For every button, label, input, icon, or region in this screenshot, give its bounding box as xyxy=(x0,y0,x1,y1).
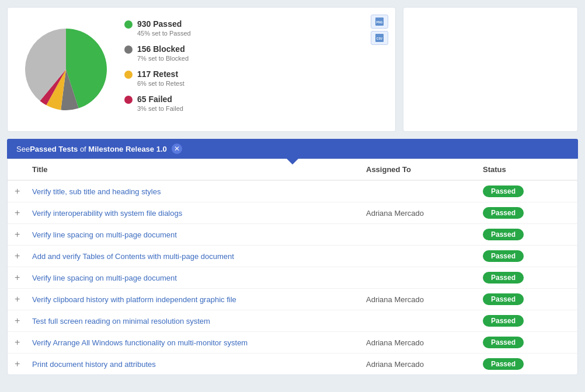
filter-passed: Passed Tests xyxy=(30,145,78,153)
row-assigned: Adriana Mercado xyxy=(366,360,483,369)
row-title-link[interactable]: Verify interoperability with system file… xyxy=(32,209,182,218)
row-title-link[interactable]: Verify Arrange All Windows functionality… xyxy=(32,338,248,347)
row-status: Passed xyxy=(483,358,570,370)
row-status: Passed xyxy=(483,337,570,348)
row-title-link[interactable]: Add and verify Tables of Contents with m… xyxy=(32,252,234,261)
passed-count: 930 Passed xyxy=(137,19,191,29)
pie-chart xyxy=(19,23,113,116)
row-assigned: Adriana Mercado xyxy=(366,338,483,347)
failed-count: 65 Failed xyxy=(137,94,183,104)
blocked-dot xyxy=(124,46,133,54)
filter-arrow xyxy=(287,159,298,164)
status-badge: Passed xyxy=(483,250,524,262)
row-title[interactable]: Verify interoperability with system file… xyxy=(32,209,366,218)
status-badge: Passed xyxy=(483,293,524,305)
status-badge: Passed xyxy=(483,229,524,240)
export-buttons: PNG CSV xyxy=(371,15,388,45)
status-badge: Passed xyxy=(483,358,524,370)
row-title-link[interactable]: Verify title, sub title and heading styl… xyxy=(32,187,161,196)
row-status: Passed xyxy=(483,229,570,240)
expand-button[interactable]: + xyxy=(15,208,32,218)
chart-legend: 930 Passed 45% set to Passed 156 Blocked… xyxy=(124,19,384,120)
table-row: + Test full screen reading on minimal re… xyxy=(8,310,577,332)
row-title[interactable]: Verify line spacing on multi-page docume… xyxy=(32,274,366,282)
row-status: Passed xyxy=(483,250,570,262)
top-section: 930 Passed 45% set to Passed 156 Blocked… xyxy=(0,0,585,139)
filter-prefix: See xyxy=(16,145,30,153)
table-body: + Verify title, sub title and heading st… xyxy=(8,181,577,374)
status-badge: Passed xyxy=(483,337,524,348)
row-title[interactable]: Verify clipboard history with platform i… xyxy=(32,295,366,304)
svg-text:PNG: PNG xyxy=(377,20,383,24)
retest-dot xyxy=(124,71,133,79)
retest-sub: 6% set to Retest xyxy=(137,80,184,87)
table-row: + Add and verify Tables of Contents with… xyxy=(8,246,577,267)
legend-passed: 930 Passed 45% set to Passed xyxy=(124,19,384,37)
row-title-link[interactable]: Print document history and attributes xyxy=(32,360,156,369)
expand-button[interactable]: + xyxy=(15,316,32,326)
row-title[interactable]: Test full screen reading on minimal reso… xyxy=(32,317,366,326)
row-status: Passed xyxy=(483,293,570,305)
row-title-link[interactable]: Test full screen reading on minimal reso… xyxy=(32,317,210,326)
export-csv-button[interactable]: CSV xyxy=(371,31,388,45)
col-expand xyxy=(15,165,32,174)
svg-text:CSV: CSV xyxy=(377,37,383,40)
filter-bar: See Passed Tests of Milestone Release 1.… xyxy=(7,139,578,159)
row-title-link[interactable]: Verify line spacing on multi-page docume… xyxy=(32,274,177,282)
status-badge: Passed xyxy=(483,272,524,284)
expand-button[interactable]: + xyxy=(15,272,32,283)
row-status: Passed xyxy=(483,272,570,284)
row-title-link[interactable]: Verify clipboard history with platform i… xyxy=(32,295,236,304)
export-png-button[interactable]: PNG xyxy=(371,15,388,29)
table-row: + Verify interoperability with system fi… xyxy=(8,202,577,224)
blocked-sub: 7% set to Blocked xyxy=(137,55,189,62)
row-status: Passed xyxy=(483,315,570,327)
expand-button[interactable]: + xyxy=(15,337,32,348)
table-row: + Verify Arrange All Windows functionali… xyxy=(8,332,577,354)
expand-button[interactable]: + xyxy=(15,186,32,197)
row-status: Passed xyxy=(483,207,570,219)
legend-blocked: 156 Blocked 7% set to Blocked xyxy=(124,44,384,62)
row-title[interactable]: Verify Arrange All Windows functionality… xyxy=(32,338,366,347)
col-assigned: Assigned To xyxy=(366,165,483,174)
table-row: + Verify line spacing on multi-page docu… xyxy=(8,267,577,289)
retest-count: 117 Retest xyxy=(137,69,184,79)
row-title[interactable]: Add and verify Tables of Contents with m… xyxy=(32,252,366,261)
passed-dot xyxy=(124,20,133,29)
expand-button[interactable]: + xyxy=(15,294,32,304)
row-assigned: Adriana Mercado xyxy=(366,295,483,304)
failed-sub: 3% set to Failed xyxy=(137,105,183,112)
row-status: Passed xyxy=(483,186,570,197)
chart-card: 930 Passed 45% set to Passed 156 Blocked… xyxy=(7,7,396,132)
expand-button[interactable]: + xyxy=(15,251,32,261)
table-row: + Verify title, sub title and heading st… xyxy=(8,181,577,202)
table-row: + Verify line spacing on multi-page docu… xyxy=(8,224,577,246)
filter-milestone: Milestone Release 1.0 xyxy=(88,145,166,153)
failed-dot xyxy=(124,96,133,104)
col-status: Status xyxy=(483,165,570,174)
table-row: + Print document history and attributes … xyxy=(8,354,577,374)
blocked-count: 156 Blocked xyxy=(137,44,189,54)
legend-failed: 65 Failed 3% set to Failed xyxy=(124,94,384,113)
expand-button[interactable]: + xyxy=(15,229,32,240)
expand-button[interactable]: + xyxy=(15,359,32,369)
status-badge: Passed xyxy=(483,315,524,327)
status-badge: Passed xyxy=(483,207,524,219)
row-title[interactable]: Print document history and attributes xyxy=(32,360,366,369)
passed-sub: 45% set to Passed xyxy=(137,30,191,37)
filter-close-button[interactable]: ✕ xyxy=(172,144,182,154)
col-title: Title xyxy=(32,165,366,174)
row-title-link[interactable]: Verify line spacing on multi-page docume… xyxy=(32,230,177,239)
row-assigned: Adriana Mercado xyxy=(366,209,483,218)
legend-retest: 117 Retest 6% set to Retest xyxy=(124,69,384,88)
results-table: Title Assigned To Status + Verify title,… xyxy=(7,159,578,375)
row-title[interactable]: Verify line spacing on multi-page docume… xyxy=(32,230,366,239)
filter-middle: of xyxy=(78,145,88,153)
status-badge: Passed xyxy=(483,186,524,197)
stats-card xyxy=(403,7,578,132)
table-row: + Verify clipboard history with platform… xyxy=(8,289,577,310)
row-title[interactable]: Verify title, sub title and heading styl… xyxy=(32,187,366,196)
